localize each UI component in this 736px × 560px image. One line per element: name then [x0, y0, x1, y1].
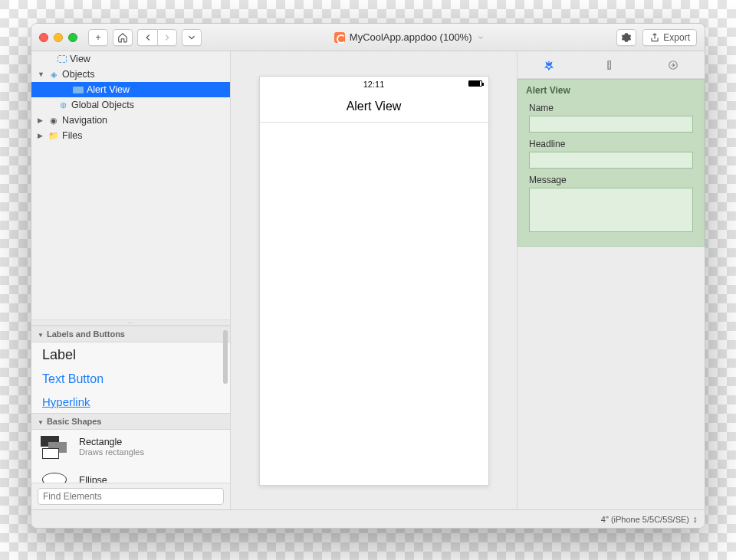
navbar-title: Alert View	[347, 100, 402, 113]
close-window-button[interactable]	[39, 33, 48, 42]
arrow-right-circle-icon	[668, 60, 678, 70]
status-bar: 4" (iPhone 5/5C/5S/SE) ▴▾	[31, 509, 705, 528]
left-sidebar: View ▼ ◈ Objects Alert View ⊛ Global Obj…	[31, 51, 231, 509]
globe-icon: ⊛	[58, 100, 68, 110]
shape-title: Rectangle	[79, 437, 144, 447]
chevron-left-icon	[143, 32, 153, 43]
device-selector-label[interactable]: 4" (iPhone 5/5C/5S/SE)	[601, 515, 689, 524]
add-button[interactable]: +	[88, 29, 108, 46]
inspector-panel: Alert View Name Headline Message	[518, 79, 705, 247]
sidebar-splitter[interactable]	[31, 319, 230, 326]
tab-size[interactable]	[603, 57, 619, 73]
message-textarea[interactable]	[529, 188, 693, 232]
tab-attributes[interactable]	[541, 57, 557, 73]
shape-title: Ellipse	[79, 475, 107, 483]
cube-icon: ◈	[48, 69, 59, 80]
titlebar: + MyCoolApp.appdoo (100%) Ex	[31, 24, 705, 51]
tag-icon	[544, 60, 554, 70]
right-inspector: Alert View Name Headline Message	[517, 51, 705, 509]
rectangle-icon	[39, 434, 71, 459]
share-icon	[649, 32, 660, 43]
titlebar-right: Export	[616, 29, 697, 46]
tree-item-alert-view[interactable]: Alert View	[31, 82, 230, 97]
canvas-area[interactable]: 12:11 Alert View	[231, 51, 517, 509]
device-preview[interactable]: 12:11 Alert View	[259, 76, 489, 486]
ruler-icon	[606, 60, 616, 70]
device-navbar: Alert View	[260, 92, 488, 123]
chevron-down-icon	[186, 32, 197, 43]
tree-item-navigation[interactable]: ▶ ◉ Navigation	[31, 113, 230, 128]
view-icon	[58, 55, 67, 63]
tree-item-objects[interactable]: ▼ ◈ Objects	[31, 67, 230, 82]
back-button[interactable]	[137, 29, 157, 46]
palette-scrollbar[interactable]	[223, 330, 228, 384]
outline-tree[interactable]: View ▼ ◈ Objects Alert View ⊛ Global Obj…	[31, 51, 230, 319]
gear-icon	[621, 32, 632, 43]
tree-item-view[interactable]: View	[31, 51, 230, 67]
home-icon	[117, 32, 128, 43]
inspector-panel-title: Alert View	[518, 80, 704, 101]
ellipse-icon	[39, 468, 71, 483]
palette-item-label[interactable]: Label	[31, 342, 230, 368]
settings-button[interactable]	[616, 29, 636, 46]
tree-label: Files	[62, 130, 82, 141]
home-button[interactable]	[113, 29, 133, 46]
shape-subtitle: Draws rectangles	[79, 447, 144, 457]
alert-icon	[73, 87, 84, 93]
element-palette[interactable]: ▼Labels and Buttons Label Text Button Hy…	[31, 326, 230, 483]
tree-label: Objects	[62, 69, 94, 80]
content-area: View ▼ ◈ Objects Alert View ⊛ Global Obj…	[31, 51, 705, 509]
nav-segment	[137, 29, 177, 46]
traffic-lights	[39, 33, 77, 42]
app-icon	[334, 32, 345, 43]
device-time: 12:11	[363, 80, 385, 89]
title-dropdown-icon[interactable]	[477, 34, 485, 41]
headline-label: Headline	[529, 139, 693, 149]
tree-item-global-objects[interactable]: ⊛ Global Objects	[31, 97, 230, 113]
find-elements-container	[31, 483, 230, 509]
find-elements-input[interactable]	[38, 488, 224, 505]
tree-label: View	[70, 54, 90, 64]
chevron-right-icon	[162, 32, 172, 43]
minimize-window-button[interactable]	[54, 33, 63, 42]
nav-icon: ◉	[48, 115, 59, 126]
dropdown-button[interactable]	[182, 29, 202, 46]
app-window: + MyCoolApp.appdoo (100%) Ex	[31, 23, 705, 529]
device-stepper[interactable]: ▴▾	[694, 516, 697, 523]
tab-actions[interactable]	[665, 57, 681, 73]
tree-label: Global Objects	[71, 100, 134, 110]
forward-button[interactable]	[157, 29, 177, 46]
message-label: Message	[529, 175, 693, 185]
palette-item-hyperlink[interactable]: Hyperlink	[31, 391, 230, 413]
tree-item-files[interactable]: ▶ 📁 Files	[31, 128, 230, 143]
device-statusbar: 12:11	[260, 77, 488, 92]
palette-header-shapes[interactable]: ▼Basic Shapes	[31, 413, 230, 430]
headline-input[interactable]	[529, 152, 693, 169]
palette-header-labels[interactable]: ▼Labels and Buttons	[31, 326, 230, 342]
window-title: MyCoolApp.appdoo (100%)	[206, 31, 612, 43]
palette-item-textbutton[interactable]: Text Button	[31, 368, 230, 391]
export-label: Export	[663, 32, 690, 43]
name-input[interactable]	[529, 116, 693, 133]
window-title-text: MyCoolApp.appdoo (100%)	[350, 31, 472, 43]
tree-label: Alert View	[87, 84, 130, 95]
tree-label: Navigation	[62, 115, 107, 126]
palette-item-ellipse[interactable]: Ellipse	[31, 463, 230, 483]
export-button[interactable]: Export	[642, 29, 697, 46]
zoom-window-button[interactable]	[68, 33, 77, 42]
palette-item-rectangle[interactable]: Rectangle Draws rectangles	[31, 430, 230, 463]
name-label: Name	[529, 103, 693, 113]
inspector-tabs	[518, 51, 705, 79]
battery-icon	[468, 80, 482, 87]
folder-icon: 📁	[48, 130, 59, 141]
